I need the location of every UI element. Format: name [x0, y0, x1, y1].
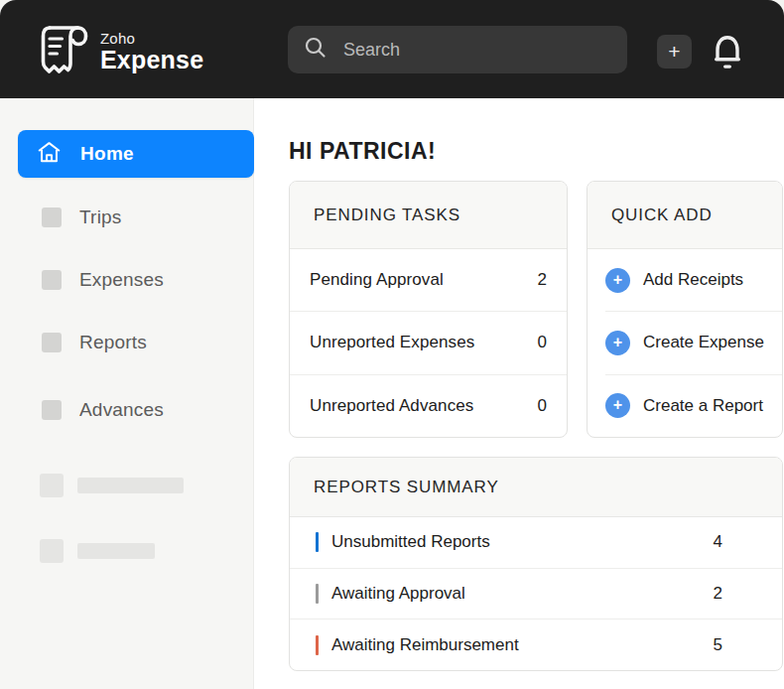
action-label: Create Expense — [643, 333, 764, 352]
search-input[interactable] — [343, 40, 582, 61]
row-value: 4 — [714, 532, 722, 552]
awaiting-reimbursement-row[interactable]: Awaiting Reimbursement 5 — [290, 619, 782, 670]
action-label: Create a Report — [643, 396, 763, 416]
row-label: Awaiting Approval — [331, 584, 465, 604]
pending-approval-row[interactable]: Pending Approval 2 — [290, 249, 567, 311]
create-report-action[interactable]: + Create a Report — [605, 374, 782, 437]
advances-placeholder-icon — [42, 400, 62, 420]
sidebar-item-advances[interactable]: Advances — [18, 386, 254, 434]
receipt-logo-icon — [34, 20, 91, 83]
brand-product-label: Expense — [100, 47, 203, 73]
row-value: 2 — [714, 584, 722, 604]
notifications-bell-icon[interactable] — [709, 31, 746, 72]
sidebar-item-label: Trips — [79, 207, 122, 228]
brand-text: Zoho Expense — [100, 31, 203, 73]
reports-placeholder-icon — [42, 333, 62, 352]
row-label: Pending Approval — [310, 270, 444, 290]
status-color-bar — [316, 584, 319, 604]
row-value: 2 — [538, 270, 547, 290]
skeleton-bar — [77, 543, 155, 559]
row-label: Unreported Expenses — [310, 333, 474, 352]
sidebar: Home Trips Expenses Reports Advances — [0, 98, 254, 689]
status-color-bar — [316, 635, 319, 655]
reports-summary-rows: Unsubmitted Reports 4 Awaiting Approval … — [290, 517, 782, 670]
pending-tasks-card: PENDING TASKS Pending Approval 2 Unrepor… — [289, 181, 568, 438]
sidebar-item-trips[interactable]: Trips — [18, 194, 254, 241]
sidebar-item-label: Expenses — [79, 269, 164, 291]
sidebar-item-label: Home — [80, 143, 134, 165]
sidebar-item-reports[interactable]: Reports — [18, 319, 254, 366]
row-value: 5 — [714, 635, 722, 655]
sidebar-skeleton-item — [40, 474, 184, 497]
pending-tasks-title: PENDING TASKS — [290, 182, 567, 249]
create-expense-action[interactable]: + Create Expense — [605, 311, 782, 373]
skeleton-icon — [40, 474, 64, 497]
status-color-bar — [316, 532, 319, 552]
reports-summary-title: REPORTS SUMMARY — [290, 458, 782, 517]
row-label: Unreported Advances — [310, 396, 473, 416]
pending-tasks-rows: Pending Approval 2 Unreported Expenses 0… — [290, 249, 567, 437]
sidebar-item-expenses[interactable]: Expenses — [18, 256, 254, 304]
sidebar-item-label: Reports — [79, 332, 147, 353]
page: Zoho Expense + — [0, 0, 784, 689]
unreported-expenses-row[interactable]: Unreported Expenses 0 — [290, 311, 567, 373]
unsubmitted-reports-row[interactable]: Unsubmitted Reports 4 — [290, 517, 782, 568]
skeleton-bar — [77, 478, 184, 493]
quick-add-rows: + Add Receipts + Create Expense + Create… — [588, 249, 782, 437]
brand-zoho-label: Zoho — [100, 31, 203, 47]
plus-circle-icon: + — [605, 331, 630, 355]
sidebar-skeleton-item — [40, 539, 155, 563]
quick-add-card: QUICK ADD + Add Receipts + Create Expens… — [587, 181, 783, 438]
sidebar-item-label: Advances — [79, 399, 164, 421]
row-value: 0 — [538, 333, 547, 352]
unreported-advances-row[interactable]: Unreported Advances 0 — [290, 374, 567, 437]
app-window: Zoho Expense + — [0, 0, 784, 689]
reports-summary-card: REPORTS SUMMARY Unsubmitted Reports 4 Aw… — [289, 457, 783, 671]
brand-logo: Zoho Expense — [34, 20, 203, 83]
sidebar-item-home[interactable]: Home — [18, 130, 254, 178]
quick-add-title: QUICK ADD — [588, 182, 782, 249]
add-receipts-action[interactable]: + Add Receipts — [588, 249, 782, 311]
row-value: 0 — [538, 396, 547, 416]
greeting-heading: HI PATRICIA! — [289, 138, 436, 165]
skeleton-icon — [40, 539, 64, 563]
row-label: Unsubmitted Reports — [331, 532, 490, 552]
action-label: Add Receipts — [643, 270, 743, 290]
search-box[interactable] — [288, 26, 627, 73]
trips-placeholder-icon — [42, 207, 62, 227]
row-label: Awaiting Reimbursement — [331, 635, 519, 655]
search-icon — [304, 36, 327, 64]
awaiting-approval-row[interactable]: Awaiting Approval 2 — [290, 568, 782, 620]
top-bar: Zoho Expense + — [0, 0, 784, 98]
expenses-placeholder-icon — [42, 270, 62, 290]
home-icon — [36, 140, 63, 169]
plus-circle-icon: + — [605, 393, 630, 418]
plus-circle-icon: + — [605, 268, 630, 293]
quick-create-button[interactable]: + — [657, 35, 692, 69]
main-content: HI PATRICIA! PENDING TASKS Pending Appro… — [255, 98, 784, 689]
